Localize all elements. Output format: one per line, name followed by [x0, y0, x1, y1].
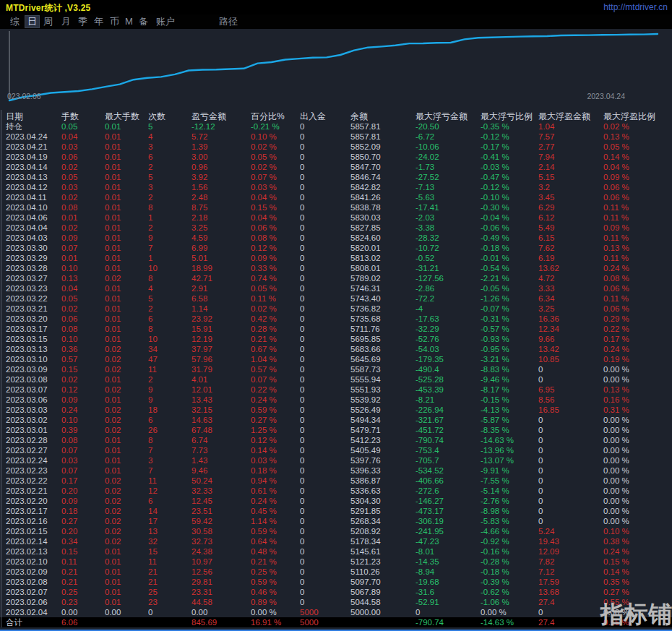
menu-item-currency[interactable]: 币	[110, 16, 119, 27]
menu-item-path[interactable]: 路径	[219, 16, 238, 27]
table-cell: 2023.02.09	[0, 567, 61, 577]
table-cell: 0.01	[105, 395, 148, 405]
table-row[interactable]: 2023.02.090.210.012112.560.25 %05110.26-…	[0, 567, 672, 577]
table-row[interactable]: 2023.03.130.360.023437.970.67 %05683.66-…	[0, 344, 672, 354]
table-row[interactable]: 2023.03.070.120.02912.010.22 %05551.93-4…	[0, 385, 672, 395]
table-cell: -0.06 %	[481, 223, 538, 233]
table-row[interactable]: 2023.04.060.010.0112.180.04 %05830.03-2.…	[0, 213, 672, 223]
table-cell: 5841.26	[350, 192, 415, 202]
table-row[interactable]: 2023.03.300.070.0176.990.12 %05820.01-10…	[0, 243, 672, 253]
table-cell: 0.42 %	[251, 314, 300, 324]
table-cell: 0.39	[61, 425, 105, 435]
table-cell: 0.01	[105, 587, 148, 597]
table-cell: -534.52	[415, 465, 481, 476]
table-row[interactable]: 2023.02.160.270.021759.421.14 %05268.34-…	[0, 516, 672, 526]
table-row[interactable]: 2023.04.140.020.0120.960.02 %05847.70-1.…	[0, 162, 672, 172]
site-link[interactable]: http://mtdriver.cn	[603, 2, 668, 12]
table-cell: 24.38	[191, 546, 251, 557]
table-row[interactable]: 2023.04.130.050.0153.920.07 %05846.74-27…	[0, 172, 672, 182]
table-row[interactable]: 2023.04.120.030.0131.560.03 %05842.82-7.…	[0, 182, 672, 192]
table-row[interactable]: 2023.03.010.390.022667.481.25 %05479.71-…	[0, 425, 672, 435]
table-cell: -0.57 %	[481, 324, 538, 334]
table-cell: 0.13 %	[603, 243, 672, 253]
table-cell: 2023.03.03	[0, 405, 61, 415]
table-row[interactable]: 2023.03.230.040.0142.910.05 %05746.31-2.…	[0, 283, 672, 293]
table-cell: 21	[148, 567, 191, 577]
table-cell: 0.10	[61, 334, 105, 344]
table-cell: -790.74	[415, 435, 481, 445]
table-row[interactable]: 2023.02.100.110.011110.970.21 %05121.23-…	[0, 557, 672, 567]
table-row[interactable]: 2023.03.270.130.02842.710.74 %05789.02-1…	[0, 273, 672, 283]
table-cell: 0	[300, 557, 350, 567]
table-row[interactable]: 2023.02.040.000.0000.000.00 %50005000.00…	[0, 607, 672, 617]
table-row[interactable]: 2023.02.170.180.021423.510.45 %05291.85-…	[0, 506, 672, 516]
table-row[interactable]: 2023.03.060.090.01913.430.24 %05539.92-8…	[0, 395, 672, 405]
table-row[interactable]: 2023.02.220.170.021150.240.94 %05386.87-…	[0, 476, 672, 486]
table-cell: 34	[148, 344, 191, 354]
table-cell: 67.48	[191, 425, 251, 435]
menu-item-account[interactable]: 账户	[156, 16, 175, 27]
table-row[interactable]: 2023.02.240.030.0131.430.03 %05397.76-70…	[0, 455, 672, 465]
table-cell: 0.14 %	[603, 152, 672, 162]
table-row[interactable]: 2023.03.210.020.0121.140.02 %05736.82-4-…	[0, 304, 672, 314]
table-cell: 0.01	[105, 121, 148, 132]
total-row[interactable]: 合计6.06845.6916.91 %5000-790.74-14.63 %27…	[0, 617, 672, 627]
table-row[interactable]: 2023.03.290.010.0115.010.09 %05813.02-0.…	[0, 253, 672, 263]
table-cell: -0.54 %	[481, 263, 538, 273]
column-header: 百分比%	[251, 111, 300, 121]
table-row[interactable]: 2023.03.090.150.021131.790.57 %05587.73-…	[0, 364, 672, 374]
table-row[interactable]: 2023.04.240.040.0145.720.10 %05857.81-6.…	[0, 132, 672, 142]
table-row[interactable]: 2023.03.020.100.02614.630.27 %05494.34-3…	[0, 415, 672, 425]
table-row[interactable]: 2023.02.200.090.02612.450.24 %05304.30-1…	[0, 496, 672, 506]
table-row[interactable]: 2023.02.280.080.0186.740.12 %05412.23-79…	[0, 435, 672, 445]
table-row[interactable]: 2023.02.270.070.0177.730.14 %05405.49-75…	[0, 445, 672, 455]
menu-item-quarter[interactable]: 季	[78, 16, 87, 27]
table-cell: 4	[148, 132, 191, 142]
menu-item-day[interactable]: 日	[25, 15, 40, 28]
menu-item-month[interactable]: 月	[61, 16, 71, 27]
table-row[interactable]: 2023.04.040.020.0123.250.06 %05827.85-3.…	[0, 223, 672, 233]
table-row[interactable]: 2023.02.070.250.012523.310.46 %05067.89-…	[0, 587, 672, 597]
table-row[interactable]: 2023.02.130.150.011524.380.48 %05145.61-…	[0, 546, 672, 557]
table-cell: 2023.03.21	[0, 304, 61, 314]
column-header: 最大手数	[105, 111, 148, 121]
table-row[interactable]: 2023.04.210.030.0131.390.02 %05852.09-10…	[0, 142, 672, 152]
table-row[interactable]: 2023.03.170.080.01815.910.28 %05711.76-3…	[0, 324, 672, 334]
table-row[interactable]: 2023.02.060.230.012344.580.89 %05044.58-…	[0, 597, 672, 607]
table-cell: 0.05	[61, 172, 105, 182]
table-row[interactable]: 2023.02.080.210.012129.810.59 %05097.70-…	[0, 577, 672, 587]
table-row[interactable]: 2023.03.150.100.011012.190.21 %05695.85-…	[0, 334, 672, 344]
table-cell: -5.87 %	[481, 415, 538, 425]
table-cell: 0	[300, 536, 350, 546]
table-row[interactable]: 2023.03.280.100.011018.990.33 %05808.01-…	[0, 263, 672, 273]
table-row[interactable]: 2023.02.150.200.021330.580.59 %05208.92-…	[0, 526, 672, 536]
table-cell: 0.03	[61, 455, 105, 465]
menu-item-summary[interactable]: 综	[10, 16, 20, 27]
table-row[interactable]: 2023.04.110.020.0122.480.04 %05841.26-5.…	[0, 192, 672, 202]
table-row[interactable]: 2023.03.200.060.01623.920.42 %05735.68-1…	[0, 314, 672, 324]
table-cell: 0.00	[105, 607, 148, 617]
table-row[interactable]: 2023.03.030.240.021832.150.59 %05526.49-…	[0, 405, 672, 415]
menu-item-m[interactable]: M	[125, 16, 133, 27]
table-row[interactable]: 2023.03.100.570.024757.961.04 %05645.69-…	[0, 354, 672, 364]
table-cell: 0.07	[61, 465, 105, 476]
table-row[interactable]: 2023.02.230.070.0179.460.18 %05396.33-53…	[0, 465, 672, 476]
menu-item-week[interactable]: 周	[43, 16, 53, 27]
table-row[interactable]: 2023.04.030.090.0194.590.08 %05824.60-28…	[0, 233, 672, 243]
table-cell: 0.06 %	[603, 283, 672, 293]
menu-item-year[interactable]: 年	[94, 16, 103, 27]
table-row[interactable]: 2023.04.190.060.0163.000.05 %05850.70-24…	[0, 152, 672, 162]
table-row[interactable]: 2023.03.080.020.0124.010.07 %05555.94-52…	[0, 374, 672, 385]
table-row[interactable]: 2023.03.220.050.0156.580.11 %05743.40-72…	[0, 293, 672, 304]
menu-item-backup[interactable]: 备	[139, 16, 148, 27]
table-cell: -19.68	[415, 577, 481, 587]
table-cell: -8.17 %	[481, 385, 538, 395]
position-row[interactable]: 持仓0.050.015-12.12-0.21 %05857.81-20.50-0…	[0, 121, 672, 132]
table-cell: -3.21 %	[481, 354, 538, 364]
table-row[interactable]: 2023.04.100.080.0188.750.15 %05838.78-17…	[0, 202, 672, 213]
table-row[interactable]: 2023.02.210.200.021232.330.61 %05336.63-…	[0, 486, 672, 496]
table-cell: 0	[300, 506, 350, 516]
table-cell: 0.13 %	[603, 132, 672, 142]
table-row[interactable]: 2023.02.140.340.023232.730.64 %05178.34-…	[0, 536, 672, 546]
table-cell: 0.01	[61, 213, 105, 223]
